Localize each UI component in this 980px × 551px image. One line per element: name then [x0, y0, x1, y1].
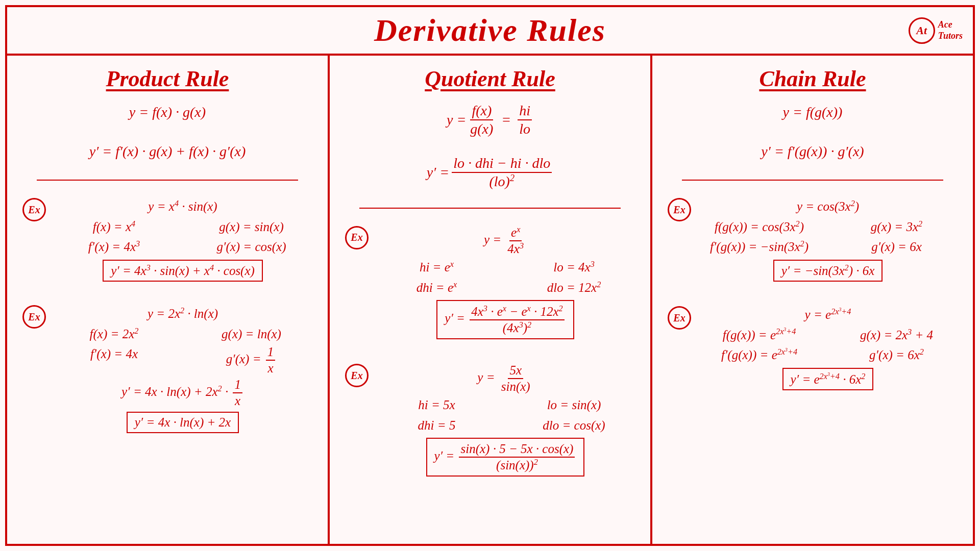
- quot-def1-frac1: f(x) g(x): [469, 102, 495, 137]
- page-title: Derivative Rules: [374, 12, 606, 48]
- main-container: Derivative Rules At AceTutors Product Ru…: [5, 5, 975, 546]
- product-definition1: y = f(x) · g(x): [22, 102, 312, 122]
- ex1-answer: y′ = 4x3 · sin(x) + x4 · cos(x): [103, 260, 263, 282]
- ex2-fx: f(x) = 2x2: [53, 324, 175, 344]
- content-columns: Product Rule y = f(x) · g(x) y′ = f′(x) …: [7, 56, 973, 544]
- cex1-line3: f′(g(x)) = −sin(3x2) g′(x) = 6x: [698, 237, 958, 257]
- product-definition2: y′ = f′(x) · g(x) + f(x) · g′(x): [22, 141, 312, 161]
- quotient-definition2: y′ = lo · dhi − hi · dlo (lo)2: [345, 155, 635, 190]
- ex2-line3: f′(x) = 4x g′(x) = 1 x: [53, 344, 312, 376]
- product-example1: Ex y = x4 · sin(x) f(x) = x4 g(x) = sin(…: [22, 197, 312, 286]
- cex1-gpx: g′(x) = 6x: [836, 237, 958, 257]
- qex2-dlo: dlo = cos(x): [513, 416, 635, 435]
- qex1-frac: ex 4x3: [506, 225, 525, 257]
- cex2-line1: y = e2x3+4: [698, 305, 958, 324]
- product-example2: Ex y = 2x2 · ln(x) f(x) = 2x2 g(x) = ln(…: [22, 304, 312, 437]
- cex1-content: y = cos(3x2) f(g(x)) = cos(3x2) g(x) = 3…: [698, 197, 958, 284]
- logo-icon: At: [909, 17, 935, 44]
- cex2-badge: Ex: [668, 306, 691, 330]
- logo: At AceTutors: [909, 17, 963, 44]
- ex1-content: y = x4 · sin(x) f(x) = x4 g(x) = sin(x) …: [53, 197, 312, 284]
- qex1-hi: hi = ex: [376, 258, 498, 277]
- cex1-gx: g(x) = 3x2: [836, 217, 958, 237]
- ex2-frac: 1 x: [233, 377, 242, 409]
- product-rule-column: Product Rule y = f(x) · g(x) y′ = f′(x) …: [7, 56, 330, 544]
- chain-example1: Ex y = cos(3x2) f(g(x)) = cos(3x2) g(x) …: [668, 197, 958, 286]
- ex1-badge: Ex: [22, 198, 46, 221]
- quotient-rule-column: Quotient Rule y = f(x) g(x) = hi lo y′ =…: [330, 56, 652, 544]
- qex1-line2: hi = ex lo = 4x3: [376, 258, 635, 277]
- qex1-dlo: dlo = 12x2: [513, 278, 635, 297]
- cex1-badge: Ex: [668, 198, 691, 221]
- qex2-answer: y′ = sin(x) · 5 − 5x · cos(x) (sin(x))2: [426, 438, 585, 477]
- ex1-line1: y = x4 · sin(x): [53, 197, 312, 216]
- qex1-ans-frac: 4x3 · ex − ex · 12x2 (4x3)2: [470, 304, 564, 336]
- ex1-gx: g(x) = sin(x): [190, 217, 312, 237]
- cex2-gpx: g′(x) = 6x2: [836, 345, 958, 365]
- ex2-badge: Ex: [22, 305, 46, 329]
- qex1-content: y = ex 4x3 hi = ex lo = 4x3 dhi = ex: [376, 225, 635, 341]
- ex1-line2: f(x) = x4 g(x) = sin(x): [53, 217, 312, 237]
- qex1-lo: lo = 4x3: [513, 258, 635, 277]
- ex2-answer: y′ = 4x · ln(x) + 2x: [127, 412, 239, 433]
- qex1-line3: dhi = ex dlo = 12x2: [376, 278, 635, 297]
- quotient-rule-title: Quotient Rule: [425, 66, 555, 92]
- qex2-frac: 5x sin(x): [500, 363, 532, 394]
- qex2-dhi: dhi = 5: [376, 416, 498, 435]
- chain-example2: Ex y = e2x3+4 f(g(x)) = e2x3+4 g(x) = 2x…: [668, 305, 958, 394]
- qex1-answer: y′ = 4x3 · ex − ex · 12x2 (4x3)2: [436, 300, 574, 339]
- cex1-line2: f(g(x)) = cos(3x2) g(x) = 3x2: [698, 217, 958, 237]
- chain-definition2: y′ = f′(g(x)) · g′(x): [668, 141, 958, 161]
- qex2-line2: hi = 5x lo = sin(x): [376, 395, 635, 415]
- qex2-lo: lo = sin(x): [513, 395, 635, 415]
- chain-rule-title: Chain Rule: [759, 66, 866, 92]
- cex2-fpgx: f′(g(x)) = e2x3+4: [698, 345, 820, 365]
- quot-def1-frac2: hi lo: [518, 102, 532, 137]
- quotient-example2: Ex y = 5x sin(x) hi = 5x lo = sin(x): [345, 363, 635, 481]
- ex2-gx: g(x) = ln(x): [190, 324, 312, 344]
- ex2-content: y = 2x2 · ln(x) f(x) = 2x2 g(x) = ln(x) …: [53, 304, 312, 435]
- qex2-badge: Ex: [345, 364, 369, 387]
- ex1-fx: f(x) = x4: [53, 217, 175, 237]
- qex1-dhi: dhi = ex: [376, 278, 498, 297]
- ex2-gpx: g′(x) = 1 x: [190, 344, 312, 376]
- quotient-definition1: y = f(x) g(x) = hi lo: [345, 102, 635, 137]
- product-rule-title: Product Rule: [106, 66, 229, 92]
- ex2-fpx: f′(x) = 4x: [53, 344, 175, 376]
- qex1-badge: Ex: [345, 226, 369, 249]
- cex1-line1: y = cos(3x2): [698, 197, 958, 216]
- qex2-content: y = 5x sin(x) hi = 5x lo = sin(x) dhi = …: [376, 363, 635, 479]
- cex1-answer: y′ = −sin(3x2) · 6x: [773, 260, 883, 282]
- ex2-line2: f(x) = 2x2 g(x) = ln(x): [53, 324, 312, 344]
- quot-def2-frac: lo · dhi − hi · dlo (lo)2: [452, 155, 552, 190]
- chain-rule-column: Chain Rule y = f(g(x)) y′ = f′(g(x)) · g…: [652, 56, 973, 544]
- ex2-line4: y′ = 4x · ln(x) + 2x2 · 1 x: [53, 377, 312, 409]
- cex1-fpgx: f′(g(x)) = −sin(3x2): [698, 237, 820, 257]
- cex2-line3: f′(g(x)) = e2x3+4 g′(x) = 6x2: [698, 345, 958, 365]
- quotient-example1: Ex y = ex 4x3 hi = ex lo = 4x3: [345, 225, 635, 343]
- chain-divider: [682, 180, 943, 181]
- qex2-ans-frac: sin(x) · 5 − 5x · cos(x) (sin(x))2: [459, 441, 575, 473]
- qex2-hi: hi = 5x: [376, 395, 498, 415]
- qex2-line3: dhi = 5 dlo = cos(x): [376, 416, 635, 435]
- cex2-answer: y′ = e2x3+4 · 6x2: [782, 368, 874, 391]
- cex1-fgx: f(g(x)) = cos(3x2): [698, 217, 820, 237]
- logo-initials: At: [916, 24, 927, 37]
- ex1-gpx: g′(x) = cos(x): [190, 237, 312, 257]
- ex1-fpx: f′(x) = 4x3: [53, 237, 175, 257]
- header: Derivative Rules At AceTutors: [7, 7, 973, 56]
- qex1-line1: y = ex 4x3: [376, 225, 635, 257]
- cex2-content: y = e2x3+4 f(g(x)) = e2x3+4 g(x) = 2x3 +…: [698, 305, 958, 392]
- cex2-line2: f(g(x)) = e2x3+4 g(x) = 2x3 + 4: [698, 325, 958, 345]
- logo-name: AceTutors: [938, 19, 963, 41]
- product-divider: [37, 180, 298, 181]
- chain-definition1: y = f(g(x)): [668, 102, 958, 122]
- cex2-fgx: f(g(x)) = e2x3+4: [698, 325, 820, 345]
- quotient-divider: [359, 208, 620, 209]
- ex2-gpx-frac: 1 x: [266, 344, 276, 376]
- cex2-gx: g(x) = 2x3 + 4: [836, 325, 958, 345]
- ex1-line3: f′(x) = 4x3 g′(x) = cos(x): [53, 237, 312, 257]
- qex2-line1: y = 5x sin(x): [376, 363, 635, 394]
- ex2-line1: y = 2x2 · ln(x): [53, 304, 312, 323]
